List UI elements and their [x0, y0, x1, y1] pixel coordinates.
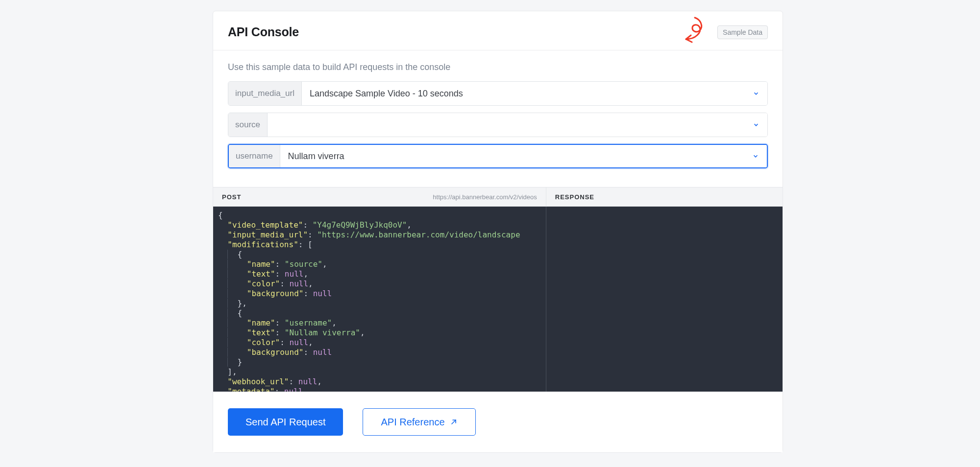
ref-button-label: API Reference — [381, 417, 444, 428]
sample-data-section: Use this sample data to build API reques… — [213, 50, 783, 187]
external-link-icon — [450, 418, 458, 426]
select-source[interactable] — [268, 113, 767, 137]
field-username: username Nullam viverra — [228, 144, 768, 168]
chevron-down-icon — [753, 121, 760, 128]
card-header: API Console Sample Data — [213, 11, 783, 50]
request-body-panel[interactable]: { "video_template": "Y4g7eQ9WjBlyJkq0oV"… — [213, 207, 546, 392]
page-title: API Console — [228, 25, 299, 39]
footer: Send API Request API Reference — [213, 392, 783, 452]
field-input-media-url: input_media_url Landscape Sample Video -… — [228, 81, 768, 106]
post-label: POST — [222, 193, 241, 201]
select-username[interactable]: Nullam viverra — [280, 145, 767, 167]
code-row: { "video_template": "Y4g7eQ9WjBlyJkq0oV"… — [213, 207, 783, 392]
field-label-input-media-url: input_media_url — [228, 82, 302, 105]
chevron-down-icon — [753, 90, 760, 97]
panel-header-row: POST https://api.bannerbear.com/v2/video… — [213, 187, 783, 207]
sample-data-button[interactable]: Sample Data — [717, 25, 768, 39]
response-panel-header: RESPONSE — [546, 187, 783, 206]
response-panel[interactable] — [546, 207, 783, 392]
svg-line-0 — [452, 420, 456, 424]
field-source: source — [228, 113, 768, 137]
select-value: Nullam viverra — [288, 151, 344, 162]
field-label-source: source — [228, 113, 268, 137]
response-label: RESPONSE — [555, 193, 594, 201]
api-reference-button[interactable]: API Reference — [363, 408, 475, 436]
select-value: Landscape Sample Video - 10 seconds — [310, 89, 463, 99]
request-body-code: { "video_template": "Y4g7eQ9WjBlyJkq0oV"… — [213, 207, 546, 392]
chevron-down-icon — [752, 153, 759, 160]
instruction-text: Use this sample data to build API reques… — [228, 62, 768, 72]
send-api-request-button[interactable]: Send API Request — [228, 408, 343, 436]
api-console-card: API Console Sample Data Use this sample … — [213, 11, 783, 453]
field-label-username: username — [229, 145, 280, 167]
post-url: https://api.bannerbear.com/v2/videos — [433, 193, 537, 201]
post-panel-header: POST https://api.bannerbear.com/v2/video… — [213, 187, 546, 206]
send-button-label: Send API Request — [245, 417, 325, 428]
select-input-media-url[interactable]: Landscape Sample Video - 10 seconds — [302, 82, 767, 105]
